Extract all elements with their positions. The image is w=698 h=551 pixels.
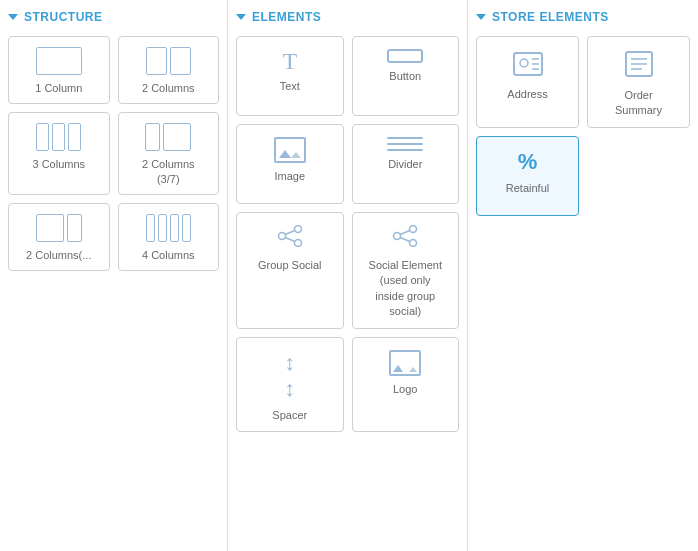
svg-line-9	[400, 238, 410, 242]
svg-line-8	[400, 231, 410, 235]
elements-header: ELEMENTS	[236, 10, 459, 24]
svg-point-5	[410, 226, 417, 233]
svg-point-6	[410, 240, 417, 247]
3col-icon	[36, 123, 81, 151]
elements-grid: T Text Button Image Divider	[236, 36, 459, 432]
store-panel: STORE ELEMENTS Address	[468, 0, 698, 551]
address-icon	[512, 49, 544, 81]
structure-collapse-icon[interactable]	[8, 14, 18, 20]
4col-label: 4 Columns	[142, 248, 195, 262]
element-button[interactable]: Button	[352, 36, 460, 116]
2col37-label: 2 Columns(3/7)	[142, 157, 195, 186]
button-icon	[387, 49, 423, 63]
elements-collapse-icon[interactable]	[236, 14, 246, 20]
svg-point-11	[520, 59, 528, 67]
store-item-retainful[interactable]: % Retainful	[476, 136, 579, 216]
2col-icon	[146, 47, 191, 75]
1col-label: 1 Column	[35, 81, 82, 95]
store-header: STORE ELEMENTS	[476, 10, 690, 24]
3col-label: 3 Columns	[32, 157, 85, 171]
element-divider[interactable]: Divider	[352, 124, 460, 204]
image-icon	[274, 137, 306, 163]
elements-panel: ELEMENTS T Text Button Image Divider	[228, 0, 468, 551]
text-label: Text	[280, 79, 300, 94]
logo-icon	[389, 350, 421, 376]
element-group-social[interactable]: Group Social	[236, 212, 344, 329]
structure-item-2col37[interactable]: 2 Columns(3/7)	[118, 112, 220, 195]
element-logo[interactable]: Logo	[352, 337, 460, 432]
divider-label: Divider	[388, 157, 422, 172]
element-text[interactable]: T Text	[236, 36, 344, 116]
store-title: STORE ELEMENTS	[492, 10, 609, 24]
2col-left-label: 2 Columns(...	[26, 248, 91, 262]
structure-item-2col-left[interactable]: 2 Columns(...	[8, 203, 110, 271]
structure-grid: 1 Column 2 Columns 3 Columns	[8, 36, 219, 271]
divider-icon	[387, 137, 423, 151]
order-summary-label: OrderSummary	[615, 88, 662, 119]
element-spacer[interactable]: ↕ Spacer	[236, 337, 344, 432]
structure-item-1col[interactable]: 1 Column	[8, 36, 110, 104]
svg-line-4	[285, 238, 295, 242]
4col-icon	[146, 214, 191, 242]
spacer-icon: ↕	[284, 350, 295, 402]
element-social[interactable]: Social Element(used onlyinside groupsoci…	[352, 212, 460, 329]
image-label: Image	[274, 169, 305, 184]
svg-point-2	[278, 233, 285, 240]
svg-point-1	[294, 240, 301, 247]
2col-left-icon	[36, 214, 82, 242]
retainful-label: Retainful	[506, 181, 549, 196]
structure-header: STRUCTURE	[8, 10, 219, 24]
group-social-label: Group Social	[258, 258, 322, 273]
svg-point-7	[394, 233, 401, 240]
svg-line-3	[285, 231, 295, 235]
logo-label: Logo	[393, 382, 417, 397]
social-element-label: Social Element(used onlyinside groupsoci…	[369, 258, 442, 320]
text-icon: T	[282, 49, 297, 73]
store-grid: Address OrderSummary % Retainful	[476, 36, 690, 216]
address-label: Address	[507, 87, 547, 102]
button-label: Button	[389, 69, 421, 84]
2col37-icon	[145, 123, 191, 151]
store-item-order-summary[interactable]: OrderSummary	[587, 36, 690, 128]
elements-title: ELEMENTS	[252, 10, 321, 24]
structure-item-2col[interactable]: 2 Columns	[118, 36, 220, 104]
store-collapse-icon[interactable]	[476, 14, 486, 20]
element-image[interactable]: Image	[236, 124, 344, 204]
structure-item-4col[interactable]: 4 Columns	[118, 203, 220, 271]
retainful-icon: %	[518, 149, 538, 175]
structure-item-3col[interactable]: 3 Columns	[8, 112, 110, 195]
svg-point-0	[294, 226, 301, 233]
order-summary-icon	[624, 49, 654, 82]
1col-icon	[36, 47, 82, 75]
social-element-icon	[391, 225, 419, 252]
store-item-address[interactable]: Address	[476, 36, 579, 128]
structure-panel: STRUCTURE 1 Column 2 Columns 3 Colum	[0, 0, 228, 551]
2col-label: 2 Columns	[142, 81, 195, 95]
structure-title: STRUCTURE	[24, 10, 103, 24]
group-social-icon	[276, 225, 304, 252]
spacer-label: Spacer	[272, 408, 307, 423]
